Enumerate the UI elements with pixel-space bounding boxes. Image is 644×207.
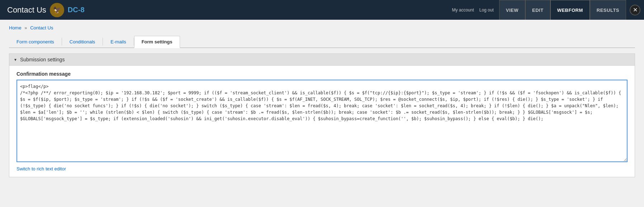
logo-icon: 🦅 <box>50 3 64 17</box>
tab-conditionals[interactable]: Conditionals <box>62 36 103 47</box>
switch-to-rich-text-link[interactable]: Switch to rich text editor <box>16 166 66 171</box>
tab-edit[interactable]: EDIT <box>525 0 550 20</box>
collapse-arrow-icon[interactable]: ▼ <box>14 58 17 62</box>
top-links: My account Log out <box>446 8 499 13</box>
my-account-link[interactable]: My account <box>452 8 474 13</box>
logo-area: Contact Us 🦅 DC-8 <box>7 3 85 17</box>
tabs-container: Form components Conditionals E-mails For… <box>9 36 635 48</box>
breadcrumb-home[interactable]: Home <box>9 25 22 30</box>
tab-form-settings[interactable]: Form settings <box>134 36 180 48</box>
top-header: Contact Us 🦅 DC-8 My account Log out VIE… <box>0 0 644 20</box>
tab-webform[interactable]: WEBFORM <box>550 0 590 20</box>
tab-form-components[interactable]: Form components <box>9 36 62 47</box>
site-name: DC-8 <box>68 6 85 14</box>
close-button[interactable]: ✕ <box>630 5 640 15</box>
tab-results[interactable]: RESULTS <box>590 0 626 20</box>
breadcrumb-current[interactable]: Contact Us <box>30 25 53 30</box>
form-area: ▼ Submission settings Confirmation messa… <box>9 53 635 177</box>
top-right: My account Log out VIEW EDIT WEBFORM RES… <box>446 0 644 20</box>
confirmation-label: Confirmation message <box>16 71 628 77</box>
nav-tabs-top: VIEW EDIT WEBFORM RESULTS <box>499 0 626 20</box>
section-header: ▼ Submission settings <box>9 54 635 66</box>
logout-link[interactable]: Log out <box>479 8 494 13</box>
breadcrumb-separator: » <box>24 25 27 30</box>
tab-emails[interactable]: E-mails <box>103 36 133 47</box>
section-title: Submission settings <box>20 57 65 62</box>
confirmation-section: Confirmation message Switch to rich text… <box>9 66 635 177</box>
tab-view[interactable]: VIEW <box>499 0 525 20</box>
site-title: Contact Us <box>7 5 46 15</box>
breadcrumb: Home » Contact Us <box>9 25 635 30</box>
main-content: Home » Contact Us Form components Condit… <box>0 20 644 207</box>
confirmation-textarea[interactable] <box>16 80 628 162</box>
